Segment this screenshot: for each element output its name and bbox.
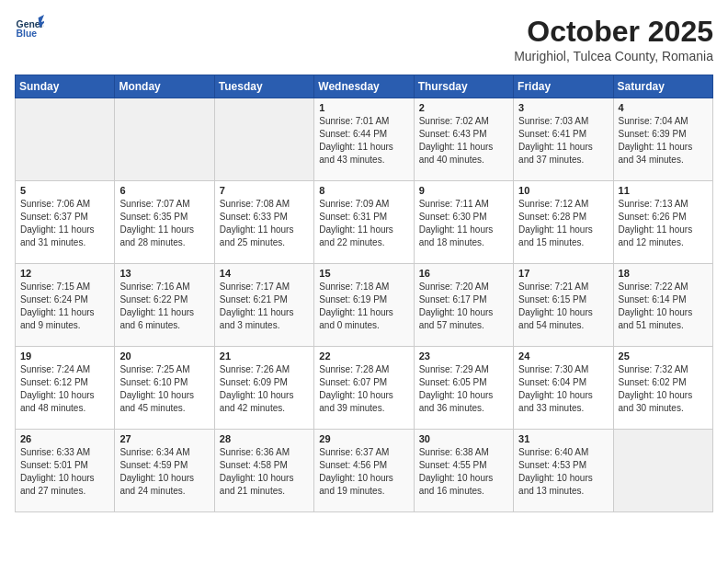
day-info: Sunrise: 6:34 AM Sunset: 4:59 PM Dayligh… (119, 446, 209, 498)
calendar-cell: 13Sunrise: 7:16 AM Sunset: 6:22 PM Dayli… (115, 264, 214, 347)
day-of-week-header: Sunday (16, 75, 115, 98)
calendar-week-row: 26Sunrise: 6:33 AM Sunset: 5:01 PM Dayli… (16, 430, 713, 512)
calendar-cell: 5Sunrise: 7:06 AM Sunset: 6:37 PM Daylig… (16, 181, 115, 264)
calendar-cell: 2Sunrise: 7:02 AM Sunset: 6:43 PM Daylig… (414, 98, 513, 181)
day-of-week-header: Saturday (613, 75, 712, 98)
calendar-cell: 21Sunrise: 7:26 AM Sunset: 6:09 PM Dayli… (214, 347, 313, 430)
calendar-cell: 12Sunrise: 7:15 AM Sunset: 6:24 PM Dayli… (16, 264, 115, 347)
day-number: 14 (220, 268, 309, 279)
svg-text:Blue: Blue (17, 29, 38, 39)
calendar-cell: 31Sunrise: 6:40 AM Sunset: 4:53 PM Dayli… (514, 430, 613, 512)
calendar-body: 1Sunrise: 7:01 AM Sunset: 6:44 PM Daylig… (16, 98, 713, 512)
day-number: 19 (20, 350, 109, 362)
location-subtitle: Murighiol, Tulcea County, Romania (514, 49, 713, 63)
day-info: Sunrise: 7:29 AM Sunset: 6:05 PM Dayligh… (419, 363, 508, 415)
day-info: Sunrise: 6:40 AM Sunset: 4:53 PM Dayligh… (518, 446, 608, 498)
day-number: 30 (419, 433, 508, 444)
calendar-table: SundayMondayTuesdayWednesdayThursdayFrid… (15, 75, 713, 512)
calendar-cell: 29Sunrise: 6:37 AM Sunset: 4:56 PM Dayli… (314, 430, 414, 512)
calendar-cell: 1Sunrise: 7:01 AM Sunset: 6:44 PM Daylig… (314, 98, 414, 181)
day-info: Sunrise: 6:37 AM Sunset: 4:56 PM Dayligh… (319, 446, 408, 498)
calendar-week-row: 5Sunrise: 7:06 AM Sunset: 6:37 PM Daylig… (16, 181, 713, 264)
calendar-cell: 10Sunrise: 7:12 AM Sunset: 6:28 PM Dayli… (514, 181, 613, 264)
title-block: October 2025 Murighiol, Tulcea County, R… (514, 15, 713, 63)
day-info: Sunrise: 7:15 AM Sunset: 6:24 PM Dayligh… (20, 281, 109, 332)
page-header: General Blue October 2025 Murighiol, Tul… (15, 15, 713, 63)
day-number: 1 (319, 102, 408, 113)
day-number: 22 (319, 350, 408, 362)
day-info: Sunrise: 7:08 AM Sunset: 6:33 PM Dayligh… (220, 198, 309, 249)
day-number: 6 (119, 185, 209, 196)
day-number: 20 (119, 350, 209, 362)
day-info: Sunrise: 6:36 AM Sunset: 4:58 PM Dayligh… (220, 446, 309, 498)
day-number: 2 (419, 102, 508, 113)
calendar-week-row: 1Sunrise: 7:01 AM Sunset: 6:44 PM Daylig… (16, 98, 713, 181)
day-of-week-header: Friday (514, 75, 613, 98)
day-of-week-header: Tuesday (214, 75, 313, 98)
calendar-cell (115, 98, 214, 181)
day-info: Sunrise: 7:03 AM Sunset: 6:41 PM Dayligh… (518, 115, 608, 167)
day-info: Sunrise: 7:16 AM Sunset: 6:22 PM Dayligh… (119, 281, 209, 332)
calendar-cell: 16Sunrise: 7:20 AM Sunset: 6:17 PM Dayli… (414, 264, 513, 347)
day-number: 15 (319, 268, 408, 279)
calendar-cell: 3Sunrise: 7:03 AM Sunset: 6:41 PM Daylig… (514, 98, 613, 181)
day-number: 25 (619, 350, 708, 362)
day-number: 21 (220, 350, 309, 362)
day-number: 17 (518, 268, 608, 279)
calendar-week-row: 19Sunrise: 7:24 AM Sunset: 6:12 PM Dayli… (16, 347, 713, 430)
day-number: 23 (419, 350, 508, 362)
calendar-cell: 20Sunrise: 7:25 AM Sunset: 6:10 PM Dayli… (115, 347, 214, 430)
day-number: 16 (419, 268, 508, 279)
day-info: Sunrise: 7:07 AM Sunset: 6:35 PM Dayligh… (119, 198, 209, 249)
calendar-cell (613, 430, 712, 512)
day-info: Sunrise: 7:17 AM Sunset: 6:21 PM Dayligh… (220, 281, 309, 332)
day-info: Sunrise: 6:38 AM Sunset: 4:55 PM Dayligh… (419, 446, 508, 498)
day-number: 10 (518, 185, 608, 196)
day-of-week-header: Monday (115, 75, 214, 98)
day-info: Sunrise: 7:06 AM Sunset: 6:37 PM Dayligh… (20, 198, 109, 249)
calendar-cell: 23Sunrise: 7:29 AM Sunset: 6:05 PM Dayli… (414, 347, 513, 430)
calendar-cell: 24Sunrise: 7:30 AM Sunset: 6:04 PM Dayli… (514, 347, 613, 430)
calendar-cell: 17Sunrise: 7:21 AM Sunset: 6:15 PM Dayli… (514, 264, 613, 347)
day-info: Sunrise: 7:02 AM Sunset: 6:43 PM Dayligh… (419, 115, 508, 167)
day-info: Sunrise: 7:09 AM Sunset: 6:31 PM Dayligh… (319, 198, 408, 249)
calendar-cell: 26Sunrise: 6:33 AM Sunset: 5:01 PM Dayli… (16, 430, 115, 512)
day-info: Sunrise: 7:25 AM Sunset: 6:10 PM Dayligh… (119, 363, 209, 415)
logo: General Blue (15, 15, 44, 40)
day-number: 31 (518, 433, 608, 444)
calendar-cell (16, 98, 115, 181)
day-info: Sunrise: 7:01 AM Sunset: 6:44 PM Dayligh… (319, 115, 408, 167)
calendar-week-row: 12Sunrise: 7:15 AM Sunset: 6:24 PM Dayli… (16, 264, 713, 347)
day-number: 11 (619, 185, 708, 196)
day-info: Sunrise: 7:26 AM Sunset: 6:09 PM Dayligh… (220, 363, 309, 415)
day-number: 27 (119, 433, 209, 444)
day-number: 12 (20, 268, 109, 279)
day-info: Sunrise: 7:24 AM Sunset: 6:12 PM Dayligh… (20, 363, 109, 415)
calendar-cell: 25Sunrise: 7:32 AM Sunset: 6:02 PM Dayli… (613, 347, 712, 430)
day-info: Sunrise: 7:04 AM Sunset: 6:39 PM Dayligh… (619, 115, 708, 167)
calendar-cell: 27Sunrise: 6:34 AM Sunset: 4:59 PM Dayli… (115, 430, 214, 512)
day-number: 29 (319, 433, 408, 444)
calendar-cell: 22Sunrise: 7:28 AM Sunset: 6:07 PM Dayli… (314, 347, 414, 430)
day-number: 9 (419, 185, 508, 196)
calendar-cell: 30Sunrise: 6:38 AM Sunset: 4:55 PM Dayli… (414, 430, 513, 512)
day-of-week-header: Thursday (414, 75, 513, 98)
day-number: 18 (619, 268, 708, 279)
day-info: Sunrise: 7:30 AM Sunset: 6:04 PM Dayligh… (518, 363, 608, 415)
day-number: 28 (220, 433, 309, 444)
day-info: Sunrise: 7:21 AM Sunset: 6:15 PM Dayligh… (518, 281, 608, 332)
calendar-cell: 15Sunrise: 7:18 AM Sunset: 6:19 PM Dayli… (314, 264, 414, 347)
day-number: 8 (319, 185, 408, 196)
calendar-cell: 7Sunrise: 7:08 AM Sunset: 6:33 PM Daylig… (214, 181, 313, 264)
logo-icon: General Blue (15, 15, 44, 40)
day-info: Sunrise: 7:11 AM Sunset: 6:30 PM Dayligh… (419, 198, 508, 249)
day-number: 4 (619, 102, 708, 113)
day-number: 26 (20, 433, 109, 444)
calendar-header-row: SundayMondayTuesdayWednesdayThursdayFrid… (16, 75, 713, 98)
calendar-cell: 6Sunrise: 7:07 AM Sunset: 6:35 PM Daylig… (115, 181, 214, 264)
calendar-cell: 8Sunrise: 7:09 AM Sunset: 6:31 PM Daylig… (314, 181, 414, 264)
day-info: Sunrise: 7:18 AM Sunset: 6:19 PM Dayligh… (319, 281, 408, 332)
calendar-cell (214, 98, 313, 181)
calendar-cell: 11Sunrise: 7:13 AM Sunset: 6:26 PM Dayli… (613, 181, 712, 264)
day-number: 13 (119, 268, 209, 279)
